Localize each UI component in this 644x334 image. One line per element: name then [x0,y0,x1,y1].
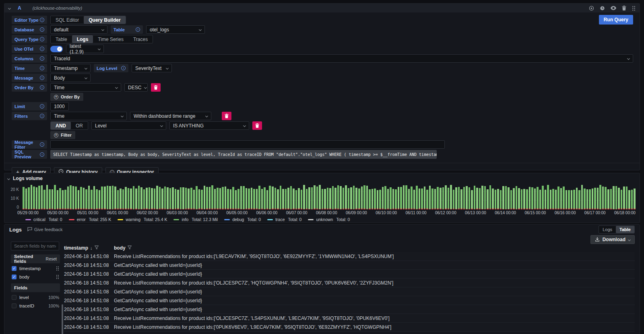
remove-filter-button[interactable] [222,112,231,120]
volume-bar[interactable] [201,190,203,209]
volume-bar[interactable] [518,188,520,210]
columns-multiselect[interactable]: TraceId [50,54,633,63]
volume-bar[interactable] [560,188,562,209]
volume-bar[interactable] [227,189,229,209]
info-icon[interactable]: i [40,27,44,32]
volume-bar[interactable] [190,188,192,209]
eye-icon[interactable] [611,6,616,10]
volume-bar[interactable] [429,186,431,209]
volume-bar[interactable] [345,185,347,209]
volume-bar[interactable] [437,187,439,209]
log-table-row[interactable]: 2024-06-18 14:51:08GetCartAsync called w… [64,305,635,314]
volume-bar[interactable] [348,188,350,209]
volume-bar[interactable] [232,187,234,209]
remove-order-by-button[interactable] [151,83,161,92]
volume-bar[interactable] [584,189,586,209]
query-type-logs[interactable]: Logs [72,35,93,43]
volume-bar[interactable] [403,185,405,209]
volume-bar[interactable] [529,187,531,209]
volume-bar[interactable] [400,187,402,209]
volume-bar[interactable] [91,190,93,209]
volume-bar[interactable] [460,189,462,209]
volume-bar[interactable] [246,188,248,209]
volume-bar[interactable] [225,186,227,209]
volume-bar[interactable] [33,186,35,209]
volume-bar[interactable] [164,186,166,209]
volume-bar[interactable] [382,187,384,209]
info-icon[interactable]: i [40,114,44,118]
volume-bar[interactable] [235,190,237,209]
log-table-row[interactable]: 2024-06-18 14:51:08GetCartAsync called w… [64,270,635,279]
volume-bar[interactable] [161,189,163,209]
volume-bar[interactable] [350,187,352,209]
volume-bar[interactable] [424,186,426,209]
volume-bar[interactable] [209,187,211,209]
volume-bar[interactable] [306,189,308,209]
volume-bar[interactable] [277,189,279,209]
add-filter-button[interactable]: +Filter [50,131,75,139]
volume-bar[interactable] [319,185,321,209]
filter-funnel-icon[interactable] [128,245,132,251]
volume-bar[interactable] [198,189,200,209]
volume-bar[interactable] [52,189,54,209]
volume-bar[interactable] [125,187,127,209]
volume-bar[interactable] [149,187,151,209]
limit-input[interactable] [50,102,69,111]
volume-bar[interactable] [264,187,266,210]
log-level-select[interactable]: SeverityText [132,64,172,72]
volume-bar[interactable] [390,187,392,209]
volume-bar[interactable] [340,186,342,209]
log-table-row[interactable]: 2024-06-18 14:51:08Receive ListRecommend… [64,314,635,323]
volume-bar[interactable] [379,190,381,209]
volume-bar[interactable] [621,190,623,209]
volume-bar[interactable] [500,190,502,209]
message-filter-input[interactable] [50,140,445,149]
volume-bar[interactable] [510,190,512,209]
volume-bar[interactable] [479,188,481,209]
volume-bar[interactable] [586,189,588,209]
volume-bar[interactable] [248,189,250,209]
volume-bar[interactable] [54,185,56,209]
volume-bar[interactable] [107,186,109,209]
volume-bar[interactable] [374,189,376,209]
volume-bar[interactable] [610,189,612,209]
volume-bar[interactable] [156,186,158,209]
volume-bar[interactable] [72,186,74,209]
legend-item-error[interactable]: errorTotal: 255 K [69,217,111,222]
editor-type-sql-editor[interactable]: SQL Editor [51,16,84,24]
query-type-time-series[interactable]: Time Series [93,35,128,43]
volume-bar[interactable] [43,190,45,209]
otel-version-select[interactable]: latest (1.2.9) [66,45,104,53]
remove-filter2-button[interactable] [252,121,262,130]
volume-bar[interactable] [521,189,523,209]
volume-bar[interactable] [316,186,318,209]
volume-bar[interactable] [83,188,85,209]
volume-bar[interactable] [495,190,497,209]
volume-bar[interactable] [363,185,365,209]
volume-bar[interactable] [353,186,355,209]
volume-bar[interactable] [211,185,213,209]
volume-bar[interactable] [261,189,263,209]
legend-item-warning[interactable]: warningTotal: 25.4 K [118,217,167,222]
volume-bar[interactable] [474,186,476,210]
info-icon[interactable]: i [40,142,44,147]
volume-bar[interactable] [41,185,43,209]
filter-field-select[interactable]: Time [50,112,127,120]
volume-bar[interactable] [31,185,33,209]
info-icon[interactable]: i [40,104,44,109]
volume-bar[interactable] [128,188,130,209]
volume-bar[interactable] [298,188,300,209]
volume-bar[interactable] [154,189,156,209]
view-toggle-table[interactable]: Table [616,226,634,233]
volume-bar[interactable] [322,189,324,209]
conjunction-or[interactable]: OR [71,122,88,129]
volume-bar[interactable] [230,189,232,209]
order-by-direction-select[interactable]: DESC [124,83,148,92]
info-icon[interactable]: i [40,37,44,41]
duplicate-icon[interactable] [589,6,594,11]
editor-type-query-builder[interactable]: Query Builder [84,16,125,24]
volume-bar[interactable] [505,186,507,209]
volume-bar[interactable] [578,190,580,209]
volume-bar[interactable] [516,186,518,209]
query-type-traces[interactable]: Traces [128,35,153,43]
